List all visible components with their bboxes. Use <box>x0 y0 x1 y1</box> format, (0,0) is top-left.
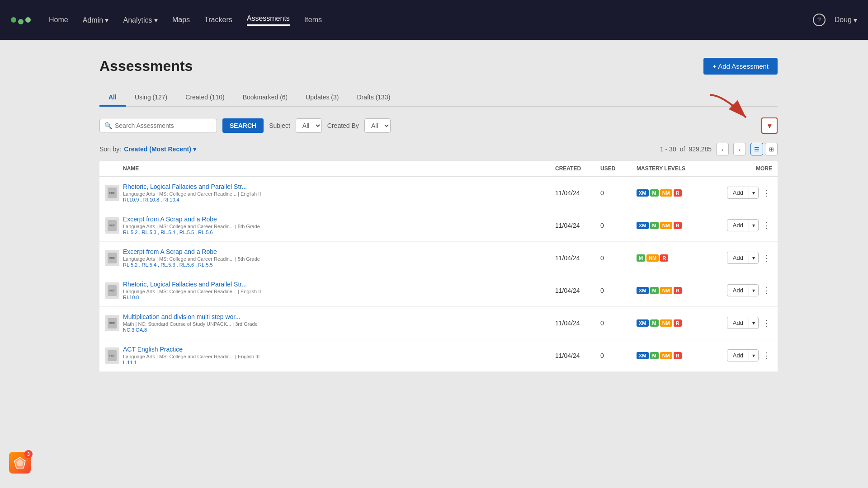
sort-label: Sort by: <box>99 145 121 153</box>
search-input[interactable] <box>115 122 212 129</box>
assessment-name[interactable]: Rhetoric, Logical Fallacies and Parallel… <box>123 281 555 288</box>
notification-badge[interactable]: 3 <box>9 452 36 479</box>
more-options-button[interactable]: ⋮ <box>761 318 772 328</box>
nav-assessments[interactable]: Assessments <box>247 14 290 26</box>
nav-items[interactable]: Items <box>304 16 322 24</box>
page-header: Assessments + Add Assessment <box>99 58 778 75</box>
assessment-name[interactable]: ACT English Practice <box>123 346 555 353</box>
badge-m: M <box>650 287 659 294</box>
add-split-button[interactable]: Add ▾ <box>727 187 759 199</box>
row-actions: Add ▾ ⋮ <box>718 187 772 199</box>
badge-nm: NM <box>660 352 672 359</box>
mastery-badges: XM M NM R <box>637 287 718 294</box>
assessment-created: 11/04/24 <box>555 189 600 197</box>
assessment-meta: Language Arts | MS: College and Career R… <box>123 256 555 262</box>
mastery-badges: XM M NM R <box>637 222 718 229</box>
assessment-tags: RL.5.2 , RL.5.4 , RL.5.3 , RL.5.6 , RL.5… <box>123 262 555 267</box>
assessment-meta: Language Arts | MS: College and Career R… <box>123 224 555 229</box>
logo-dot-1 <box>11 17 16 23</box>
next-page-button[interactable]: › <box>733 143 746 155</box>
tab-drafts[interactable]: Drafts (133) <box>348 89 399 107</box>
badge-m: M <box>650 319 659 327</box>
add-split-button[interactable]: Add ▾ <box>727 349 759 361</box>
top-navigation: Home Admin ▾ Analytics ▾ Maps Trackers A… <box>0 0 868 40</box>
more-options-button[interactable]: ⋮ <box>761 220 772 231</box>
logo[interactable] <box>11 17 31 23</box>
subject-select[interactable]: All <box>296 118 322 133</box>
filter-dropdown-button[interactable]: ▾ <box>761 117 778 134</box>
assessment-used: 0 <box>600 222 637 229</box>
table-row: PDF Multiplication and division multi st… <box>99 307 778 339</box>
nav-maps[interactable]: Maps <box>172 16 190 24</box>
add-split-button[interactable]: Add ▾ <box>727 252 759 264</box>
item-icon: PDF <box>105 315 119 331</box>
more-options-button[interactable]: ⋮ <box>761 253 772 263</box>
assessment-name[interactable]: Excerpt from A Scrap and a Robe <box>123 248 555 255</box>
list-view-button[interactable]: ☰ <box>750 143 763 155</box>
more-options-button[interactable]: ⋮ <box>761 285 772 296</box>
item-icon: PDF <box>105 347 119 364</box>
gem-icon <box>14 456 26 469</box>
badge-xm: XM <box>637 222 649 229</box>
main-content: Assessments + Add Assessment All Using (… <box>0 40 868 488</box>
prev-page-button[interactable]: ‹ <box>716 143 729 155</box>
more-options-button[interactable]: ⋮ <box>761 188 772 198</box>
more-options-button[interactable]: ⋮ <box>761 350 772 361</box>
assessment-name[interactable]: Excerpt from A Scrap and a Robe <box>123 216 555 223</box>
created-by-label: Created By <box>327 122 359 129</box>
tab-using[interactable]: Using (127) <box>126 89 176 107</box>
logo-dot-2 <box>18 19 24 24</box>
help-button[interactable]: ? <box>813 14 826 26</box>
badge-nm: NM <box>660 189 672 197</box>
table-row: PDF Rhetoric, Logical Fallacies and Para… <box>99 177 778 209</box>
assessment-name[interactable]: Rhetoric, Logical Fallacies and Parallel… <box>123 183 555 190</box>
add-split-button[interactable]: Add ▾ <box>727 317 759 329</box>
assessment-tags: RI.10.9 , RI.10.8 , RI.10.4 <box>123 197 555 202</box>
table-row: PDF Rhetoric, Logical Fallacies and Para… <box>99 274 778 307</box>
badge-r: R <box>674 222 682 229</box>
tab-all[interactable]: All <box>99 89 126 107</box>
badge-xm: XM <box>637 287 649 294</box>
col-mastery: MASTERY LEVELS <box>637 165 718 172</box>
badge-r: R <box>674 319 682 327</box>
nav-analytics[interactable]: Analytics ▾ <box>123 16 157 24</box>
nav-admin[interactable]: Admin ▾ <box>83 16 109 24</box>
tab-updates[interactable]: Updates (3) <box>297 89 348 107</box>
badge-xm: XM <box>637 319 649 327</box>
tab-created[interactable]: Created (110) <box>176 89 233 107</box>
search-row: 🔍 SEARCH Subject All Created By All <box>99 117 778 134</box>
assessment-used: 0 <box>600 254 637 262</box>
assessment-created: 11/04/24 <box>555 319 600 327</box>
nav-home[interactable]: Home <box>49 16 68 24</box>
assessment-table: NAME CREATED USED MASTERY LEVELS MORE PD… <box>99 161 778 372</box>
assessment-tags: L.11.1 <box>123 360 555 365</box>
badge-nm: NM <box>660 222 672 229</box>
row-actions: Add ▾ ⋮ <box>718 317 772 329</box>
table-row: PDF Excerpt from A Scrap and a Robe Lang… <box>99 209 778 242</box>
assessment-created: 11/04/24 <box>555 287 600 294</box>
badge-xm: XM <box>637 189 649 197</box>
tab-bookmarked[interactable]: Bookmarked (6) <box>234 89 297 107</box>
item-icon: PDF <box>105 282 119 299</box>
add-split-button[interactable]: Add ▾ <box>727 284 759 296</box>
row-actions: Add ▾ ⋮ <box>718 284 772 296</box>
search-button[interactable]: SEARCH <box>222 118 264 133</box>
mastery-badges: XM M NM R <box>637 319 718 327</box>
grid-view-button[interactable]: ⊞ <box>765 143 778 155</box>
nav-trackers[interactable]: Trackers <box>204 16 232 24</box>
assessment-created: 11/04/24 <box>555 254 600 262</box>
assessment-name[interactable]: Multiplication and division multi step w… <box>123 313 555 320</box>
assessment-tags: NC.3.OA.8 <box>123 327 555 333</box>
col-more: MORE <box>718 165 772 172</box>
add-split-button[interactable]: Add ▾ <box>727 219 759 231</box>
sort-select[interactable]: Created (Most Recent) ▾ <box>124 145 196 153</box>
assessment-used: 0 <box>600 287 637 294</box>
add-assessment-button[interactable]: + Add Assessment <box>703 58 778 75</box>
row-actions: Add ▾ ⋮ <box>718 349 772 361</box>
user-menu[interactable]: Doug ▾ <box>835 16 857 24</box>
created-by-select[interactable]: All <box>364 118 391 133</box>
badge-r: R <box>660 254 668 262</box>
search-icon: 🔍 <box>104 122 112 129</box>
item-icon: PDF <box>105 250 119 266</box>
assessment-tags: RL.5.2 , RL.5.3 , RL.5.4 , RL.5.5 , RL.5… <box>123 230 555 235</box>
